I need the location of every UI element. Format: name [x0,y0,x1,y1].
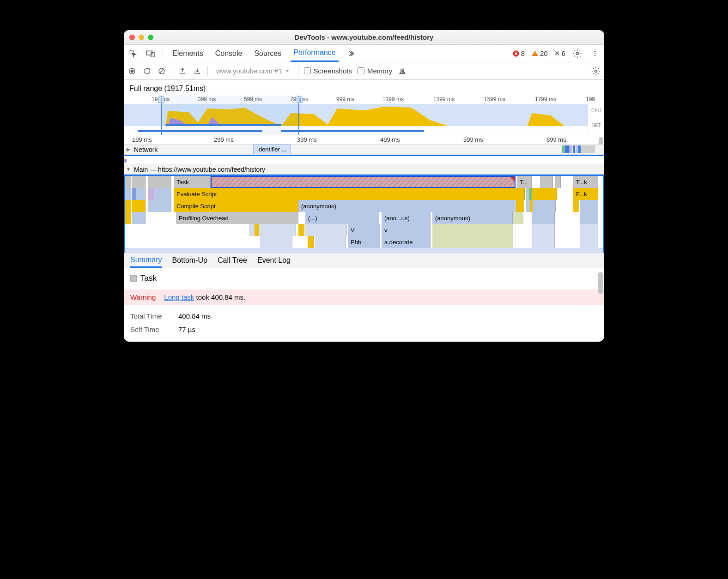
svg-point-6 [576,52,579,54]
inspect-icon[interactable] [127,48,139,59]
range-label: Full range (1917.51ms) [124,80,604,96]
summary-scrollbar[interactable] [598,272,603,294]
reload-record-button[interactable] [142,66,152,76]
overview-ruler: 199 ms 399 ms 599 ms 799 ms 999 ms 1199 … [124,96,604,104]
garbage-collect-button[interactable] [398,66,407,76]
network-bars [562,145,595,153]
warning-counter[interactable]: 20 [531,49,548,57]
recording-selector[interactable]: www.youtube.com #1 [213,66,292,76]
screenshots-checkbox[interactable]: Screenshots [304,67,352,75]
download-profile-button[interactable] [193,66,202,76]
overview-pane[interactable]: 199 ms 399 ms 599 ms 799 ms 999 ms 1199 … [124,96,604,135]
expand-arrow-icon[interactable]: ▶ [126,147,131,152]
traffic-lights [129,35,153,40]
tab-event-log[interactable]: Event Log [257,253,291,268]
screenshots-input[interactable] [304,67,311,74]
issues-counter[interactable]: ✕ 6 [554,49,565,58]
tab-elements[interactable]: Elements [170,45,206,62]
main-track-header[interactable]: ▼ Main — https://www.youtube.com/feed/hi… [124,164,604,175]
flame-chart[interactable]: Task T... T...k Evaluate Script F...k [124,175,604,253]
flame-compile-script[interactable]: Compile Script [174,200,298,212]
warning-row: Warning Long task took 400.84 ms. [124,290,604,305]
capture-settings-icon[interactable] [591,66,601,76]
svg-rect-14 [165,124,281,126]
zoom-window-button[interactable] [148,35,153,40]
flame-evaluate-script[interactable]: Evaluate Script [174,188,525,200]
summary-task-label: Task [140,274,157,283]
detail-tabs: Summary Bottom-Up Call Tree Event Log [124,253,604,268]
task-color-swatch [130,275,137,282]
window-title: DevTools - www.youtube.com/feed/history [124,33,604,41]
memory-checkbox[interactable]: Memory [358,67,392,75]
tab-console[interactable]: Console [212,45,245,62]
svg-rect-4 [534,52,535,54]
titlebar: DevTools - www.youtube.com/feed/history [124,30,604,45]
cpu-graph [124,104,588,126]
svg-rect-5 [534,54,535,55]
network-track[interactable]: ▶ Network identifier ... [124,145,604,155]
tab-sources[interactable]: Sources [251,45,284,62]
self-time-row: Self Time 77 µs [130,323,598,336]
clear-button[interactable] [157,66,166,76]
overview-side-labels: CPU NET [588,104,604,133]
svg-point-8 [595,53,596,54]
flame-anonymous[interactable]: (anonymous) [298,200,516,212]
record-button[interactable] [127,66,137,76]
svg-rect-2 [151,52,154,57]
warning-label: Warning [130,293,156,301]
svg-point-13 [595,70,597,72]
issues-flag-icon: ✕ [554,49,560,58]
devtools-window: DevTools - www.youtube.com/feed/history … [124,30,604,342]
minimize-window-button[interactable] [139,35,144,40]
memory-input[interactable] [358,67,364,74]
network-identifier[interactable]: identifier ... [253,145,291,154]
summary-panel: Task Warning Long task took 400.84 ms. T… [124,268,604,342]
viewport-handle-left[interactable]: || [158,96,164,103]
tab-summary[interactable]: Summary [130,253,162,268]
kebab-menu-icon[interactable] [589,48,601,59]
svg-point-7 [595,51,596,52]
viewport-handle-right[interactable]: || [297,96,303,103]
flame-task[interactable]: Task [174,176,211,188]
selected-task-bar[interactable] [211,176,516,188]
tab-bottom-up[interactable]: Bottom-Up [172,253,207,268]
svg-point-11 [131,70,133,72]
upload-profile-button[interactable] [178,66,187,76]
svg-point-9 [595,55,596,56]
flame-profiling-overhead[interactable]: Profiling Overhead [176,212,298,224]
device-toggle-icon[interactable] [145,48,156,59]
close-window-button[interactable] [129,35,135,40]
panel-tabs: Elements Console Sources Performance 8 2… [124,45,604,62]
error-counter[interactable]: 8 [512,49,525,57]
settings-icon[interactable] [572,48,583,59]
total-time-row: Total Time 400.84 ms [130,309,598,323]
tab-performance[interactable]: Performance [291,45,339,62]
detail-ruler: 199 ms 299 ms 399 ms 499 ms 599 ms 699 m… [124,135,604,145]
collapse-arrow-icon[interactable]: ▼ [126,167,131,172]
more-tabs-icon[interactable] [345,48,356,59]
tab-call-tree[interactable]: Call Tree [218,253,247,268]
long-task-link[interactable]: Long task [164,293,194,301]
performance-toolbar: www.youtube.com #1 Screenshots Memory [124,62,604,80]
